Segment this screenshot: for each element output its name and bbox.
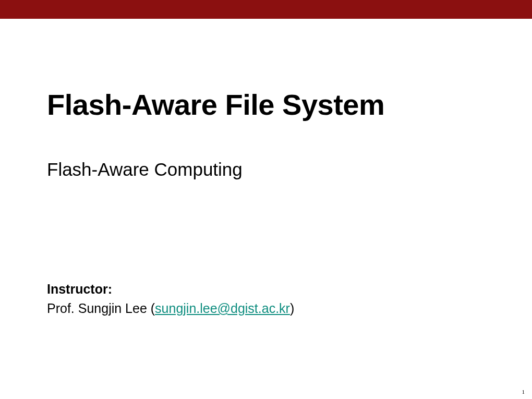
- instructor-block: Instructor: Prof. Sungjin Lee (sungjin.l…: [47, 282, 485, 316]
- instructor-name-suffix: ): [290, 301, 294, 316]
- instructor-label: Instructor:: [47, 282, 485, 297]
- page-number: 1: [522, 389, 525, 395]
- slide-title: Flash-Aware File System: [47, 88, 485, 122]
- slide-subtitle: Flash-Aware Computing: [47, 159, 485, 180]
- header-accent-bar: [0, 0, 532, 19]
- instructor-line: Prof. Sungjin Lee (sungjin.lee@dgist.ac.…: [47, 301, 485, 316]
- instructor-email-link[interactable]: sungjin.lee@dgist.ac.kr: [155, 301, 290, 316]
- slide-content: Flash-Aware File System Flash-Aware Comp…: [0, 88, 532, 316]
- instructor-name-prefix: Prof. Sungjin Lee (: [47, 301, 155, 316]
